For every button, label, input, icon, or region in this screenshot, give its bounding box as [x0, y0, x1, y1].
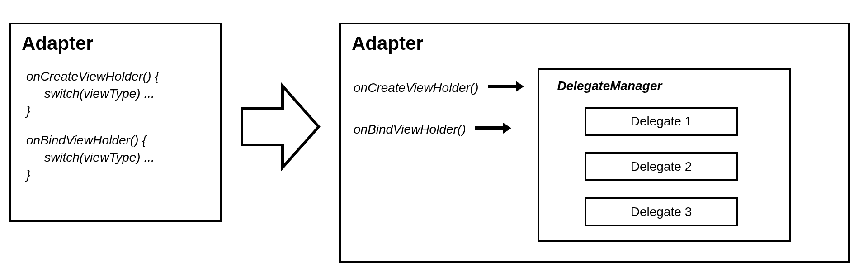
- method-body: switch(viewType) ...: [26, 149, 209, 166]
- arrow-right-icon: [488, 81, 524, 95]
- method-row-oncreate: onCreateViewHolder(): [354, 81, 524, 95]
- method-row-onbind: onBindViewHolder(): [354, 122, 524, 137]
- delegate-item-2: Delegate 2: [585, 152, 738, 181]
- method-label: onCreateViewHolder(): [354, 81, 479, 95]
- method-signature: onCreateViewHolder() {: [26, 68, 209, 85]
- adapter-before-panel: Adapter onCreateViewHolder() { switch(vi…: [9, 23, 222, 222]
- method-block-oncreate: onCreateViewHolder() { switch(viewType) …: [26, 68, 209, 119]
- transform-arrow-icon: [240, 81, 321, 174]
- delegate-manager-title: DelegateManager: [557, 79, 771, 93]
- svg-marker-1: [516, 81, 524, 92]
- method-block-onbind: onBindViewHolder() { switch(viewType) ..…: [26, 132, 209, 183]
- delegate-item-1: Delegate 1: [585, 107, 738, 136]
- methods-column: onCreateViewHolder() onBindViewHolder(): [354, 68, 524, 137]
- method-body: switch(viewType) ...: [26, 85, 209, 102]
- adapter-after-title: Adapter: [352, 33, 837, 54]
- delegate-manager-panel: DelegateManager Delegate 1 Delegate 2 De…: [538, 68, 791, 242]
- arrow-right-icon: [475, 122, 511, 137]
- method-signature: onBindViewHolder() {: [26, 132, 209, 149]
- method-close: }: [26, 102, 209, 120]
- adapter-before-title: Adapter: [22, 33, 209, 54]
- method-label: onBindViewHolder(): [354, 122, 466, 137]
- method-close: }: [26, 166, 209, 183]
- delegate-list: Delegate 1 Delegate 2 Delegate 3: [585, 107, 771, 226]
- delegate-item-3: Delegate 3: [585, 197, 738, 226]
- svg-marker-3: [503, 123, 511, 134]
- adapter-after-panel: Adapter onCreateViewHolder() onBindViewH…: [339, 23, 850, 263]
